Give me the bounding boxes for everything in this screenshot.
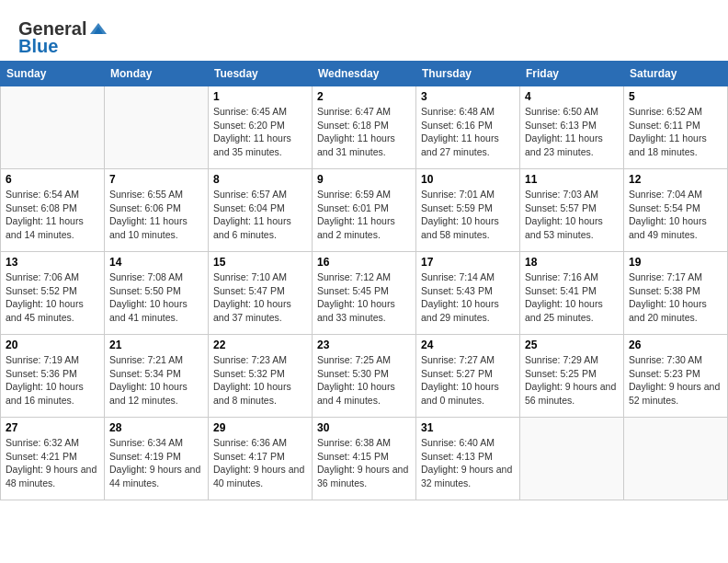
calendar-cell: 8Sunrise: 6:57 AM Sunset: 6:04 PM Daylig…: [209, 169, 313, 252]
day-number: 14: [109, 256, 203, 269]
day-number: 28: [109, 421, 203, 434]
day-number: 25: [525, 339, 619, 351]
day-info: Sunrise: 7:23 AM Sunset: 5:32 PM Dayligh…: [213, 353, 307, 408]
weekday-header: Saturday: [624, 62, 728, 86]
day-number: 10: [421, 173, 515, 186]
day-info: Sunrise: 6:59 AM Sunset: 6:01 PM Dayligh…: [317, 188, 411, 242]
day-number: 1: [213, 90, 307, 103]
calendar-week-row: 20Sunrise: 7:19 AM Sunset: 5:36 PM Dayli…: [1, 335, 728, 418]
calendar-week-row: 27Sunrise: 6:32 AM Sunset: 4:21 PM Dayli…: [1, 418, 728, 500]
day-info: Sunrise: 7:14 AM Sunset: 5:43 PM Dayligh…: [421, 270, 515, 325]
day-info: Sunrise: 7:08 AM Sunset: 5:50 PM Dayligh…: [109, 270, 203, 325]
calendar-cell: 23Sunrise: 7:25 AM Sunset: 5:30 PM Dayli…: [313, 335, 416, 418]
day-info: Sunrise: 6:36 AM Sunset: 4:17 PM Dayligh…: [213, 436, 307, 490]
day-number: 30: [317, 421, 411, 434]
day-number: 11: [525, 173, 619, 186]
day-number: 2: [317, 90, 411, 103]
calendar-cell: 30Sunrise: 6:38 AM Sunset: 4:15 PM Dayli…: [313, 418, 416, 500]
calendar-cell: 19Sunrise: 7:17 AM Sunset: 5:38 PM Dayli…: [624, 252, 728, 335]
day-number: 20: [6, 339, 99, 351]
weekday-header: Tuesday: [209, 62, 313, 86]
calendar-cell: [105, 86, 209, 169]
day-info: Sunrise: 6:52 AM Sunset: 6:11 PM Dayligh…: [629, 105, 722, 159]
day-info: Sunrise: 7:10 AM Sunset: 5:47 PM Dayligh…: [213, 270, 307, 325]
weekday-header: Friday: [520, 62, 624, 86]
day-number: 22: [213, 339, 307, 351]
day-info: Sunrise: 7:30 AM Sunset: 5:23 PM Dayligh…: [629, 353, 722, 408]
calendar-cell: 3Sunrise: 6:48 AM Sunset: 6:16 PM Daylig…: [416, 86, 520, 169]
day-number: 17: [421, 256, 515, 269]
day-number: 3: [421, 90, 515, 103]
day-info: Sunrise: 7:04 AM Sunset: 5:54 PM Dayligh…: [629, 188, 722, 242]
calendar-cell: 2Sunrise: 6:47 AM Sunset: 6:18 PM Daylig…: [313, 86, 416, 169]
day-info: Sunrise: 6:55 AM Sunset: 6:06 PM Dayligh…: [109, 188, 203, 242]
day-info: Sunrise: 7:01 AM Sunset: 5:59 PM Dayligh…: [421, 188, 515, 242]
day-number: 5: [629, 90, 722, 103]
day-number: 8: [213, 173, 307, 186]
calendar-week-row: 13Sunrise: 7:06 AM Sunset: 5:52 PM Dayli…: [1, 252, 728, 335]
day-number: 12: [629, 173, 722, 186]
calendar-cell: 1Sunrise: 6:45 AM Sunset: 6:20 PM Daylig…: [209, 86, 313, 169]
day-info: Sunrise: 6:45 AM Sunset: 6:20 PM Dayligh…: [213, 105, 307, 159]
day-info: Sunrise: 7:29 AM Sunset: 5:25 PM Dayligh…: [525, 353, 619, 408]
day-number: 21: [109, 339, 203, 351]
calendar-cell: 6Sunrise: 6:54 AM Sunset: 6:08 PM Daylig…: [1, 169, 105, 252]
day-number: 7: [109, 173, 203, 186]
day-info: Sunrise: 6:38 AM Sunset: 4:15 PM Dayligh…: [317, 436, 411, 490]
day-number: 4: [525, 90, 619, 103]
logo-blue-text: Blue: [18, 36, 58, 57]
day-number: 24: [421, 339, 515, 351]
calendar-cell: 12Sunrise: 7:04 AM Sunset: 5:54 PM Dayli…: [624, 169, 728, 252]
calendar-cell: 20Sunrise: 7:19 AM Sunset: 5:36 PM Dayli…: [1, 335, 105, 418]
calendar-cell: 15Sunrise: 7:10 AM Sunset: 5:47 PM Dayli…: [209, 252, 313, 335]
calendar-cell: 24Sunrise: 7:27 AM Sunset: 5:27 PM Dayli…: [416, 335, 520, 418]
day-number: 29: [213, 421, 307, 434]
day-number: 6: [6, 173, 99, 186]
day-info: Sunrise: 7:25 AM Sunset: 5:30 PM Dayligh…: [317, 353, 411, 408]
day-number: 27: [6, 421, 99, 434]
weekday-header: Thursday: [416, 62, 520, 86]
day-info: Sunrise: 7:16 AM Sunset: 5:41 PM Dayligh…: [525, 270, 619, 325]
calendar-cell: 10Sunrise: 7:01 AM Sunset: 5:59 PM Dayli…: [416, 169, 520, 252]
calendar-table: SundayMondayTuesdayWednesdayThursdayFrid…: [0, 61, 728, 500]
weekday-header: Wednesday: [313, 62, 416, 86]
calendar-week-row: 1Sunrise: 6:45 AM Sunset: 6:20 PM Daylig…: [1, 86, 728, 169]
calendar-cell: 22Sunrise: 7:23 AM Sunset: 5:32 PM Dayli…: [209, 335, 313, 418]
calendar-cell: 9Sunrise: 6:59 AM Sunset: 6:01 PM Daylig…: [313, 169, 416, 252]
weekday-header-row: SundayMondayTuesdayWednesdayThursdayFrid…: [1, 62, 728, 86]
day-info: Sunrise: 6:57 AM Sunset: 6:04 PM Dayligh…: [213, 188, 307, 242]
calendar-cell: 29Sunrise: 6:36 AM Sunset: 4:17 PM Dayli…: [209, 418, 313, 500]
day-info: Sunrise: 6:32 AM Sunset: 4:21 PM Dayligh…: [6, 436, 99, 490]
day-number: 31: [421, 421, 515, 434]
calendar-cell: 28Sunrise: 6:34 AM Sunset: 4:19 PM Dayli…: [105, 418, 209, 500]
day-number: 13: [6, 256, 99, 269]
calendar-cell: 31Sunrise: 6:40 AM Sunset: 4:13 PM Dayli…: [416, 418, 520, 500]
weekday-header: Monday: [105, 62, 209, 86]
calendar-cell: 21Sunrise: 7:21 AM Sunset: 5:34 PM Dayli…: [105, 335, 209, 418]
day-number: 15: [213, 256, 307, 269]
day-info: Sunrise: 7:17 AM Sunset: 5:38 PM Dayligh…: [629, 270, 722, 325]
calendar-cell: 14Sunrise: 7:08 AM Sunset: 5:50 PM Dayli…: [105, 252, 209, 335]
day-number: 18: [525, 256, 619, 269]
day-info: Sunrise: 7:06 AM Sunset: 5:52 PM Dayligh…: [6, 270, 99, 325]
calendar-cell: 26Sunrise: 7:30 AM Sunset: 5:23 PM Dayli…: [624, 335, 728, 418]
calendar-cell: 13Sunrise: 7:06 AM Sunset: 5:52 PM Dayli…: [1, 252, 105, 335]
day-info: Sunrise: 6:34 AM Sunset: 4:19 PM Dayligh…: [109, 436, 203, 490]
day-info: Sunrise: 7:12 AM Sunset: 5:45 PM Dayligh…: [317, 270, 411, 325]
day-number: 16: [317, 256, 411, 269]
calendar-cell: 18Sunrise: 7:16 AM Sunset: 5:41 PM Dayli…: [520, 252, 624, 335]
day-info: Sunrise: 6:40 AM Sunset: 4:13 PM Dayligh…: [421, 436, 515, 490]
logo: General Blue: [18, 15, 108, 57]
day-info: Sunrise: 7:21 AM Sunset: 5:34 PM Dayligh…: [109, 353, 203, 408]
calendar-cell: 4Sunrise: 6:50 AM Sunset: 6:13 PM Daylig…: [520, 86, 624, 169]
day-info: Sunrise: 7:27 AM Sunset: 5:27 PM Dayligh…: [421, 353, 515, 408]
calendar-cell: [624, 418, 728, 500]
day-number: 9: [317, 173, 411, 186]
day-info: Sunrise: 6:50 AM Sunset: 6:13 PM Dayligh…: [525, 105, 619, 159]
day-info: Sunrise: 7:19 AM Sunset: 5:36 PM Dayligh…: [6, 353, 99, 408]
day-info: Sunrise: 6:48 AM Sunset: 6:16 PM Dayligh…: [421, 105, 515, 159]
day-number: 23: [317, 339, 411, 351]
calendar-cell: [520, 418, 624, 500]
weekday-header: Sunday: [1, 62, 105, 86]
calendar-cell: 27Sunrise: 6:32 AM Sunset: 4:21 PM Dayli…: [1, 418, 105, 500]
